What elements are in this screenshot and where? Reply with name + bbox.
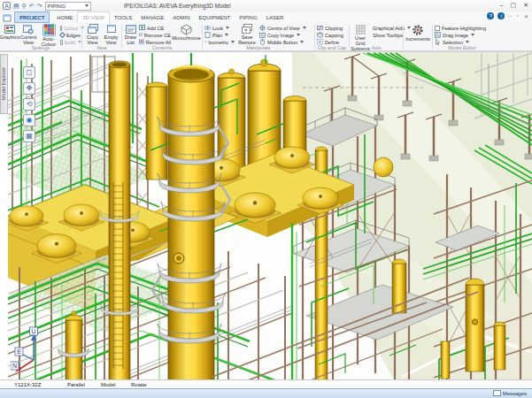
define-button[interactable]: Define: [317, 39, 347, 45]
chevron-down-icon: [85, 4, 89, 7]
tab-equipment[interactable]: EQUIPMENT: [195, 11, 235, 23]
svg-text:E: E: [17, 348, 21, 355]
solid-icon: [60, 40, 63, 45]
current-view-button[interactable]: Current View: [19, 24, 37, 45]
increments-button[interactable]: Increments: [405, 24, 430, 42]
3d-plant-model: [8, 52, 532, 380]
auto-colour-button[interactable]: Auto-Colour: [39, 24, 58, 47]
selection-icon: [435, 39, 441, 45]
projection-mode: Parallel: [67, 382, 85, 387]
copy-image-button[interactable]: Copy Image: [259, 32, 311, 38]
doc-minimize-button[interactable]: –: [508, 13, 511, 19]
orbit-tool-button[interactable]: ◉: [23, 114, 35, 126]
title-bar: A ▤ ⚲ ↶ ↷ PIPING IPE/OILGAS: AVEVA Every…: [0, 0, 532, 11]
drag-image-button[interactable]: Drag Image: [435, 32, 490, 38]
drag-image-icon: [435, 32, 441, 38]
copy-image-icon: [259, 32, 266, 38]
copy-view-button[interactable]: Copy View: [84, 24, 101, 45]
centre-of-view-button[interactable]: Centre of View: [259, 25, 311, 31]
empty-view-button[interactable]: Empty View: [103, 24, 120, 45]
close-button[interactable]: ✕: [523, 2, 528, 9]
middle-button-button[interactable]: Middle Button: [259, 39, 311, 45]
tab-3d-view[interactable]: 3D VIEW: [77, 11, 110, 23]
doc-restore-button[interactable]: ▫: [517, 13, 519, 19]
add-ce-button[interactable]: Add CE: [139, 25, 171, 31]
graphics-button[interactable]: Graphics: [2, 24, 18, 40]
look-icon: [204, 25, 211, 31]
capping-icon: [317, 32, 323, 38]
ribbon-group-model-editor: Feature Highlighting Drag Image Selectio…: [435, 23, 490, 50]
checkbox-icon: [435, 26, 440, 31]
tab-project[interactable]: PROJECT: [14, 11, 50, 23]
app-status-bar: Messages: [0, 388, 532, 398]
undo-icon[interactable]: ↶: [29, 3, 35, 10]
save-icon[interactable]: ▤: [13, 3, 19, 10]
capping-button[interactable]: Capping: [317, 32, 347, 38]
model-explorer-tab[interactable]: Model Explorer: [0, 54, 8, 114]
app-menu-icon[interactable]: [3, 13, 12, 22]
define-icon: [317, 39, 323, 45]
svg-text:U: U: [31, 328, 35, 334]
redo-icon[interactable]: ↷: [37, 3, 42, 10]
solid-button[interactable]: Solid: [60, 39, 81, 45]
maximize-button[interactable]: ▢: [511, 2, 517, 9]
save-restore-button[interactable]: Save Restore: [236, 24, 258, 45]
doc-close-button[interactable]: ✕: [524, 13, 528, 19]
remove-all-icon: [139, 39, 144, 45]
tab-admin[interactable]: ADMIN: [168, 11, 194, 23]
isometric-button[interactable]: Isometric: [204, 39, 235, 45]
draw-list-button[interactable]: Draw List: [124, 24, 137, 45]
tab-piping[interactable]: PIPING: [235, 11, 261, 23]
remove-all-button[interactable]: Remove All: [139, 39, 171, 45]
show-tooltips-button[interactable]: Show Tooltips: [371, 32, 401, 38]
help-icon[interactable]: ?: [487, 12, 494, 19]
remove-ce-button[interactable]: Remove CE: [139, 32, 171, 38]
info-icon[interactable]: i: [497, 12, 505, 19]
group-label-new: New: [84, 45, 120, 50]
clipping-button[interactable]: Clipping: [317, 25, 347, 31]
3d-viewport[interactable]: Model Explorer ◻ ✥ ⟲ ◉ ▦ U E N: [0, 51, 532, 379]
session-combobox[interactable]: PIPING: [45, 2, 91, 11]
current-view-icon: [23, 24, 34, 34]
group-label-contents: Contents: [124, 45, 200, 50]
minimize-button[interactable]: –: [500, 2, 504, 9]
centre-of-view-icon: [259, 25, 266, 31]
window-controls: – ▢ ✕: [500, 2, 528, 9]
messages-button[interactable]: Messages: [493, 390, 527, 396]
svg-text:N: N: [12, 363, 17, 369]
ribbon-tab-bar: PROJECT HOME 3D VIEW TOOLS MANAGE ADMIN …: [0, 11, 532, 23]
colour-button[interactable]: Colour: [60, 25, 81, 31]
graphical-aids-button[interactable]: Graphical Aids: [371, 25, 401, 31]
monochrome-button[interactable]: Monochrome: [173, 24, 200, 41]
tab-home[interactable]: HOME: [52, 11, 77, 23]
zoom-tool-button[interactable]: ◻: [23, 66, 35, 79]
edges-icon: [59, 32, 66, 38]
look-button[interactable]: Look: [204, 25, 235, 31]
tab-tools[interactable]: TOOLS: [110, 11, 136, 23]
tab-manage[interactable]: MANAGE: [136, 11, 168, 23]
auto-colour-icon: [44, 25, 54, 34]
group-label-clip-and-cap: Clip and Cap: [317, 45, 347, 50]
walk-tool-button[interactable]: ▦: [23, 130, 35, 142]
group-label-settings: Settings: [2, 45, 80, 50]
rotate-tool-button[interactable]: ⟲: [23, 98, 35, 111]
edges-button[interactable]: Edges: [60, 32, 81, 38]
link-icon[interactable]: ⚲: [22, 3, 27, 10]
remove-ce-icon: [139, 32, 143, 38]
plan-button[interactable]: Plan: [204, 32, 235, 38]
group-label-aids: Aids: [351, 45, 401, 50]
pan-tool-button[interactable]: ✥: [23, 82, 35, 95]
ribbon-group-new: Copy View Empty View New: [84, 23, 120, 50]
selection-button[interactable]: Selection: [435, 39, 490, 45]
aveva-logo-icon[interactable]: A: [3, 2, 11, 10]
ribbon-group-manipulate: Look Plan Isometric Save Restore Centre …: [204, 23, 312, 50]
ribbon-group-settings: Graphics Current View Auto-Colour Colour…: [2, 23, 80, 50]
axis-gizmo: U E N: [11, 326, 51, 372]
tab-laser[interactable]: LASER: [262, 11, 289, 23]
feature-highlighting-checkbox[interactable]: Feature Highlighting: [435, 25, 490, 31]
window-title: IPE/OILGAS: AVEVA Everything3D Model: [124, 3, 230, 9]
ribbon-group-increments: Increments: [405, 23, 430, 50]
group-label-manipulate: Manipulate: [204, 45, 312, 50]
save-restore-icon: [242, 24, 252, 34]
ribbon-group-contents: Draw List Add CE Remove CE Remove All Mo…: [124, 23, 200, 50]
